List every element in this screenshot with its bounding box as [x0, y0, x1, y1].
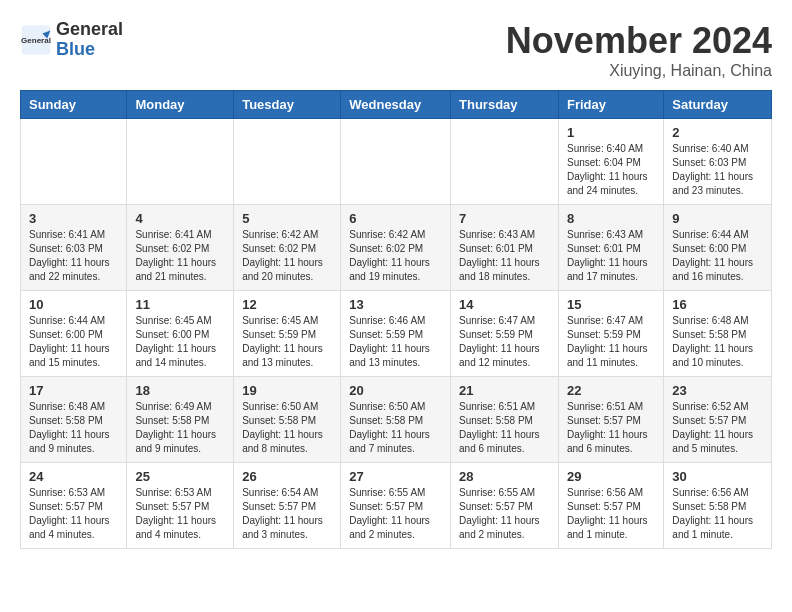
- day-number: 21: [459, 383, 550, 398]
- calendar-cell: 27Sunrise: 6:55 AM Sunset: 5:57 PM Dayli…: [341, 463, 451, 549]
- day-info: Sunrise: 6:47 AM Sunset: 5:59 PM Dayligh…: [459, 314, 550, 370]
- calendar-cell: 7Sunrise: 6:43 AM Sunset: 6:01 PM Daylig…: [451, 205, 559, 291]
- title-block: November 2024 Xiuying, Hainan, China: [506, 20, 772, 80]
- month-title: November 2024: [506, 20, 772, 62]
- day-info: Sunrise: 6:44 AM Sunset: 6:00 PM Dayligh…: [29, 314, 118, 370]
- calendar-cell: 12Sunrise: 6:45 AM Sunset: 5:59 PM Dayli…: [234, 291, 341, 377]
- day-info: Sunrise: 6:48 AM Sunset: 5:58 PM Dayligh…: [29, 400, 118, 456]
- calendar-cell: 23Sunrise: 6:52 AM Sunset: 5:57 PM Dayli…: [664, 377, 772, 463]
- day-info: Sunrise: 6:53 AM Sunset: 5:57 PM Dayligh…: [135, 486, 225, 542]
- calendar-cell: 20Sunrise: 6:50 AM Sunset: 5:58 PM Dayli…: [341, 377, 451, 463]
- calendar-header-row: SundayMondayTuesdayWednesdayThursdayFrid…: [21, 91, 772, 119]
- calendar-cell: 15Sunrise: 6:47 AM Sunset: 5:59 PM Dayli…: [558, 291, 663, 377]
- day-number: 7: [459, 211, 550, 226]
- calendar-cell: 26Sunrise: 6:54 AM Sunset: 5:57 PM Dayli…: [234, 463, 341, 549]
- logo-blue: Blue: [56, 39, 95, 59]
- day-number: 19: [242, 383, 332, 398]
- calendar-cell: [234, 119, 341, 205]
- calendar-cell: 13Sunrise: 6:46 AM Sunset: 5:59 PM Dayli…: [341, 291, 451, 377]
- day-number: 20: [349, 383, 442, 398]
- day-info: Sunrise: 6:51 AM Sunset: 5:58 PM Dayligh…: [459, 400, 550, 456]
- day-info: Sunrise: 6:40 AM Sunset: 6:04 PM Dayligh…: [567, 142, 655, 198]
- day-number: 9: [672, 211, 763, 226]
- calendar-cell: 3Sunrise: 6:41 AM Sunset: 6:03 PM Daylig…: [21, 205, 127, 291]
- day-info: Sunrise: 6:52 AM Sunset: 5:57 PM Dayligh…: [672, 400, 763, 456]
- day-info: Sunrise: 6:43 AM Sunset: 6:01 PM Dayligh…: [459, 228, 550, 284]
- day-number: 18: [135, 383, 225, 398]
- calendar-cell: [341, 119, 451, 205]
- day-number: 28: [459, 469, 550, 484]
- logo-text: General Blue: [56, 20, 123, 60]
- day-number: 26: [242, 469, 332, 484]
- day-number: 3: [29, 211, 118, 226]
- calendar-cell: 16Sunrise: 6:48 AM Sunset: 5:58 PM Dayli…: [664, 291, 772, 377]
- calendar-cell: 5Sunrise: 6:42 AM Sunset: 6:02 PM Daylig…: [234, 205, 341, 291]
- day-info: Sunrise: 6:54 AM Sunset: 5:57 PM Dayligh…: [242, 486, 332, 542]
- calendar-week-4: 17Sunrise: 6:48 AM Sunset: 5:58 PM Dayli…: [21, 377, 772, 463]
- weekday-header-friday: Friday: [558, 91, 663, 119]
- day-number: 11: [135, 297, 225, 312]
- day-number: 4: [135, 211, 225, 226]
- day-info: Sunrise: 6:49 AM Sunset: 5:58 PM Dayligh…: [135, 400, 225, 456]
- day-info: Sunrise: 6:50 AM Sunset: 5:58 PM Dayligh…: [349, 400, 442, 456]
- day-number: 25: [135, 469, 225, 484]
- day-info: Sunrise: 6:47 AM Sunset: 5:59 PM Dayligh…: [567, 314, 655, 370]
- day-info: Sunrise: 6:42 AM Sunset: 6:02 PM Dayligh…: [242, 228, 332, 284]
- day-number: 5: [242, 211, 332, 226]
- day-number: 12: [242, 297, 332, 312]
- weekday-header-sunday: Sunday: [21, 91, 127, 119]
- calendar-cell: [127, 119, 234, 205]
- day-info: Sunrise: 6:55 AM Sunset: 5:57 PM Dayligh…: [349, 486, 442, 542]
- calendar-cell: 22Sunrise: 6:51 AM Sunset: 5:57 PM Dayli…: [558, 377, 663, 463]
- calendar-cell: 25Sunrise: 6:53 AM Sunset: 5:57 PM Dayli…: [127, 463, 234, 549]
- calendar-cell: [21, 119, 127, 205]
- calendar-cell: 14Sunrise: 6:47 AM Sunset: 5:59 PM Dayli…: [451, 291, 559, 377]
- day-info: Sunrise: 6:41 AM Sunset: 6:03 PM Dayligh…: [29, 228, 118, 284]
- calendar-cell: 8Sunrise: 6:43 AM Sunset: 6:01 PM Daylig…: [558, 205, 663, 291]
- calendar-table: SundayMondayTuesdayWednesdayThursdayFrid…: [20, 90, 772, 549]
- day-info: Sunrise: 6:55 AM Sunset: 5:57 PM Dayligh…: [459, 486, 550, 542]
- calendar-week-3: 10Sunrise: 6:44 AM Sunset: 6:00 PM Dayli…: [21, 291, 772, 377]
- weekday-header-tuesday: Tuesday: [234, 91, 341, 119]
- logo: General General Blue: [20, 20, 123, 60]
- day-info: Sunrise: 6:46 AM Sunset: 5:59 PM Dayligh…: [349, 314, 442, 370]
- calendar-cell: 17Sunrise: 6:48 AM Sunset: 5:58 PM Dayli…: [21, 377, 127, 463]
- calendar-cell: 18Sunrise: 6:49 AM Sunset: 5:58 PM Dayli…: [127, 377, 234, 463]
- calendar-cell: 24Sunrise: 6:53 AM Sunset: 5:57 PM Dayli…: [21, 463, 127, 549]
- day-info: Sunrise: 6:44 AM Sunset: 6:00 PM Dayligh…: [672, 228, 763, 284]
- calendar-cell: 2Sunrise: 6:40 AM Sunset: 6:03 PM Daylig…: [664, 119, 772, 205]
- logo-icon: General: [20, 24, 52, 56]
- day-number: 27: [349, 469, 442, 484]
- day-number: 15: [567, 297, 655, 312]
- weekday-header-monday: Monday: [127, 91, 234, 119]
- day-number: 30: [672, 469, 763, 484]
- calendar-cell: 30Sunrise: 6:56 AM Sunset: 5:58 PM Dayli…: [664, 463, 772, 549]
- calendar-cell: 10Sunrise: 6:44 AM Sunset: 6:00 PM Dayli…: [21, 291, 127, 377]
- day-info: Sunrise: 6:43 AM Sunset: 6:01 PM Dayligh…: [567, 228, 655, 284]
- page-header: General General Blue November 2024 Xiuyi…: [20, 20, 772, 80]
- day-number: 24: [29, 469, 118, 484]
- calendar-cell: 19Sunrise: 6:50 AM Sunset: 5:58 PM Dayli…: [234, 377, 341, 463]
- day-number: 2: [672, 125, 763, 140]
- calendar-week-5: 24Sunrise: 6:53 AM Sunset: 5:57 PM Dayli…: [21, 463, 772, 549]
- day-number: 29: [567, 469, 655, 484]
- location: Xiuying, Hainan, China: [506, 62, 772, 80]
- day-info: Sunrise: 6:56 AM Sunset: 5:57 PM Dayligh…: [567, 486, 655, 542]
- calendar-week-2: 3Sunrise: 6:41 AM Sunset: 6:03 PM Daylig…: [21, 205, 772, 291]
- weekday-header-thursday: Thursday: [451, 91, 559, 119]
- day-number: 1: [567, 125, 655, 140]
- calendar-cell: 11Sunrise: 6:45 AM Sunset: 6:00 PM Dayli…: [127, 291, 234, 377]
- day-info: Sunrise: 6:45 AM Sunset: 6:00 PM Dayligh…: [135, 314, 225, 370]
- day-number: 6: [349, 211, 442, 226]
- day-info: Sunrise: 6:53 AM Sunset: 5:57 PM Dayligh…: [29, 486, 118, 542]
- calendar-cell: 21Sunrise: 6:51 AM Sunset: 5:58 PM Dayli…: [451, 377, 559, 463]
- day-info: Sunrise: 6:42 AM Sunset: 6:02 PM Dayligh…: [349, 228, 442, 284]
- weekday-header-wednesday: Wednesday: [341, 91, 451, 119]
- day-info: Sunrise: 6:50 AM Sunset: 5:58 PM Dayligh…: [242, 400, 332, 456]
- day-info: Sunrise: 6:41 AM Sunset: 6:02 PM Dayligh…: [135, 228, 225, 284]
- day-number: 10: [29, 297, 118, 312]
- calendar-cell: 6Sunrise: 6:42 AM Sunset: 6:02 PM Daylig…: [341, 205, 451, 291]
- calendar-week-1: 1Sunrise: 6:40 AM Sunset: 6:04 PM Daylig…: [21, 119, 772, 205]
- calendar-cell: 1Sunrise: 6:40 AM Sunset: 6:04 PM Daylig…: [558, 119, 663, 205]
- day-number: 14: [459, 297, 550, 312]
